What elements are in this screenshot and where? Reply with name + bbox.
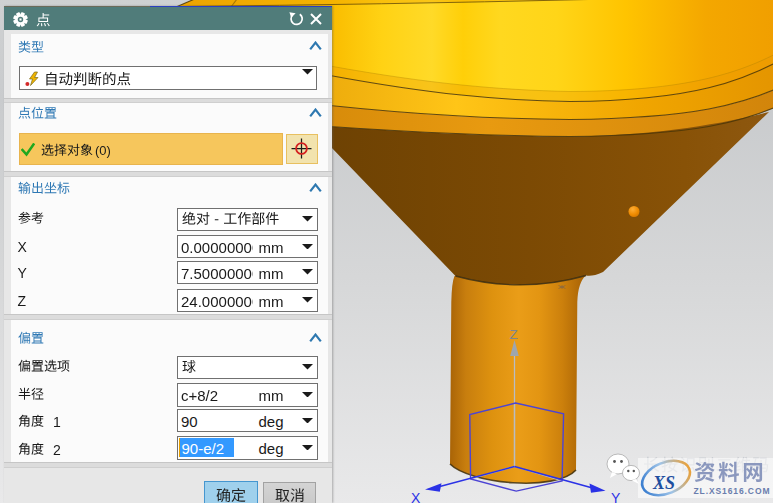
svg-text:ZL.XS1616.COM: ZL.XS1616.COM	[694, 486, 771, 496]
svg-text:X: X	[411, 490, 421, 503]
svg-text:Z: Z	[510, 327, 518, 342]
svg-text:Y: Y	[611, 490, 621, 503]
svg-text:XS: XS	[652, 473, 675, 493]
